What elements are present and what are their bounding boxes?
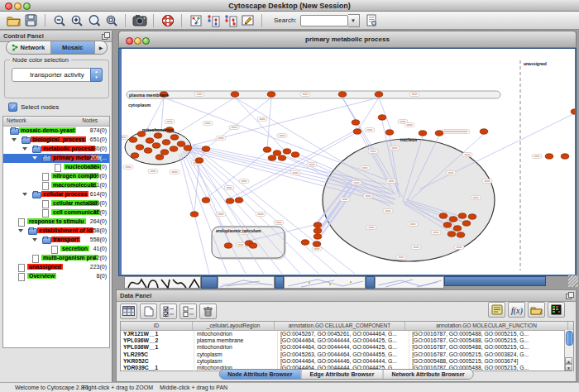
background-window-fragment[interactable] — [375, 276, 444, 289]
network-node[interactable] — [457, 232, 465, 237]
tab-edge-attribute-browser[interactable]: Edge Attribute Browser — [301, 370, 383, 379]
network-node[interactable] — [268, 155, 276, 160]
save-icon[interactable] — [23, 12, 39, 28]
network-node[interactable] — [231, 92, 239, 97]
network-node[interactable] — [202, 198, 210, 203]
network-node[interactable] — [449, 217, 457, 222]
network-node[interactable] — [184, 146, 192, 151]
column-header-3[interactable]: annotation.GO CELLULAR_COMPONENT — [275, 322, 405, 330]
select-attributes-icon[interactable] — [160, 304, 177, 319]
table-row-yjr121w__1[interactable]: YJR121W__1mitochondrion[GO:0045267, GO:0… — [121, 331, 573, 337]
delete-attribute-icon[interactable] — [199, 304, 217, 319]
search-input[interactable] — [300, 15, 348, 26]
background-window-edge[interactable] — [366, 276, 375, 289]
scroll-up-icon[interactable]: ▲ — [565, 357, 572, 364]
float-panel-icon[interactable] — [102, 32, 108, 39]
tab-node-attribute-browser[interactable]: Node Attribute Browser — [219, 370, 301, 379]
network-node[interactable] — [249, 243, 257, 248]
tree-row-biological-process[interactable]: biological_process651(0) — [3, 136, 109, 145]
network-node[interactable] — [313, 234, 322, 239]
network-node[interactable] — [278, 155, 286, 160]
table-row-ypl036w__2[interactable]: YPL036W__2plasma membrane[GO:0044464, GO… — [121, 337, 573, 344]
tree-row-macromolecule[interactable]: macromolecule311(0) — [3, 181, 109, 190]
network-node[interactable] — [561, 154, 569, 159]
snapshot-icon[interactable] — [132, 12, 147, 28]
import-attributes-icon[interactable] — [488, 302, 505, 318]
tab-mosaic[interactable]: Mosaic — [51, 41, 96, 54]
network-from-selected-edges-icon[interactable] — [223, 12, 238, 28]
table-row-ypl036w__1[interactable]: YPL036W__1mitochondrion[GO:0044464, GO:0… — [121, 344, 573, 351]
tree-row-overview[interactable]: Overview8(0) — [3, 272, 109, 281]
background-window-edge[interactable] — [444, 276, 546, 286]
network-node[interactable] — [378, 115, 386, 120]
scroll-down-icon[interactable]: ▼ — [565, 364, 572, 370]
network-node[interactable] — [267, 92, 275, 97]
scrollbar-thumb[interactable] — [566, 331, 573, 346]
network-node[interactable] — [458, 213, 467, 218]
table-scrollbar[interactable]: ▲ ▼ — [564, 330, 573, 370]
network-node[interactable] — [545, 154, 553, 159]
float-panel-icon[interactable] — [566, 292, 572, 299]
background-window-fragment[interactable] — [284, 276, 366, 289]
network-node[interactable] — [177, 141, 185, 146]
matrix-view-icon[interactable] — [548, 302, 565, 318]
network-node[interactable] — [136, 145, 144, 150]
tree-row-establishment-of-lo[interactable]: establishment of lo558(0) — [3, 227, 109, 236]
zoom-in-icon[interactable] — [69, 12, 84, 28]
combobox-stepper-icon[interactable]: ▲▼ — [90, 68, 103, 82]
background-window-edge[interactable] — [201, 276, 218, 289]
column-header-2[interactable]: _cellularLayoutRegion — [193, 322, 275, 330]
network-node[interactable] — [263, 147, 271, 152]
network-node[interactable] — [352, 120, 360, 125]
network-node[interactable] — [190, 212, 199, 217]
tree-row-primary-metabo[interactable]: primary metabo209(... — [3, 154, 109, 163]
network-node[interactable] — [338, 92, 347, 97]
more-tabs-icon[interactable]: ▶ — [95, 41, 107, 54]
network-node[interactable] — [131, 153, 139, 158]
tree-row-cellular-metabol[interactable]: cellular metabol209(0) — [3, 199, 109, 208]
attribute-table-icon[interactable] — [120, 304, 137, 319]
background-window-fragment[interactable] — [218, 276, 275, 289]
new-network-icon[interactable] — [188, 12, 203, 28]
column-header-1[interactable]: ID — [121, 322, 193, 330]
network-node[interactable] — [154, 133, 162, 138]
expander-icon[interactable] — [32, 238, 37, 241]
zoom-out-icon[interactable] — [51, 12, 67, 28]
network-window-titlebar[interactable]: primary metabolic process — [118, 31, 577, 48]
network-node[interactable] — [273, 151, 281, 155]
network-node[interactable] — [162, 140, 170, 145]
expander-icon[interactable] — [22, 193, 27, 196]
resize-grip[interactable] — [568, 275, 578, 287]
network-from-selected-nodes-icon[interactable] — [205, 12, 221, 28]
network-node[interactable] — [226, 198, 234, 203]
expander-icon[interactable] — [32, 156, 37, 160]
network-node[interactable] — [313, 228, 322, 233]
network-node[interactable] — [480, 129, 488, 134]
network-node[interactable] — [160, 150, 169, 155]
network-node[interactable] — [291, 152, 299, 157]
expander-icon[interactable] — [22, 147, 27, 151]
expander-icon[interactable] — [18, 229, 23, 232]
tree-row-nitrogen-compo[interactable]: nitrogen compo209(0) — [3, 172, 109, 181]
tree-row-cell-communicat[interactable]: cell communicat22(0) — [3, 208, 109, 218]
network-node[interactable] — [202, 146, 210, 151]
network-node[interactable] — [571, 109, 575, 114]
network-node[interactable] — [144, 148, 152, 153]
table-row-ylr295c[interactable]: YLR295Ccytoplasm[GO:0045263, GO:0044464,… — [121, 351, 573, 358]
help-icon[interactable] — [160, 12, 175, 28]
zoom-selected-icon[interactable] — [86, 12, 102, 28]
network-canvas[interactable]: plasma membrane cytoplasm mitochondrion … — [122, 49, 575, 275]
annotation-icon[interactable] — [240, 12, 256, 28]
tree-row-multi-organism-pro[interactable]: multi-organism pro42(0) — [3, 254, 109, 263]
expander-icon[interactable] — [12, 138, 17, 141]
network-node[interactable] — [353, 129, 361, 134]
tree-row-unassigned[interactable]: unassigned223(0) — [3, 263, 109, 272]
network-node[interactable] — [453, 226, 462, 231]
tree-row-cellular-process[interactable]: cellular process614(0) — [3, 190, 109, 199]
network-node[interactable] — [129, 137, 137, 142]
network-node[interactable] — [156, 155, 164, 160]
tree-row-nucleobase-[interactable]: nucleobase-209(0) — [3, 163, 109, 172]
background-window-fragment[interactable] — [124, 276, 201, 289]
network-node[interactable] — [468, 214, 476, 219]
network-node[interactable] — [443, 222, 452, 227]
